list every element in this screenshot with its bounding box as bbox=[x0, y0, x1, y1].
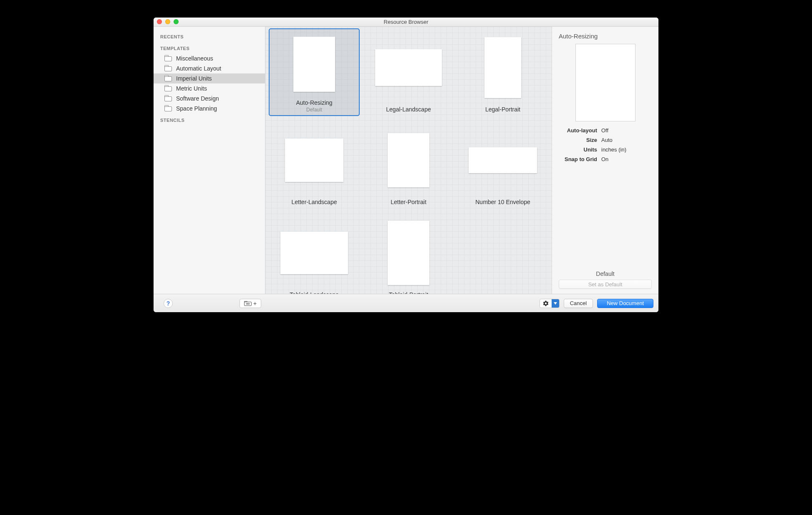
sidebar-heading-templates: TEMPLATES bbox=[154, 42, 265, 53]
template-thumb bbox=[280, 232, 348, 274]
sidebar-item-label: Imperial Units bbox=[176, 75, 212, 82]
template-label: Tabloid-Portrait bbox=[389, 291, 428, 294]
template-number-10-envelope[interactable]: Number 10 Envelope bbox=[457, 121, 548, 209]
template-legal-portrait[interactable]: Legal-Portrait bbox=[457, 28, 548, 116]
template-label: Auto-Resizing bbox=[296, 99, 332, 106]
template-letter-landscape[interactable]: Letter-Landscape bbox=[269, 121, 360, 209]
template-thumb bbox=[285, 139, 343, 182]
default-label: Default bbox=[559, 270, 652, 277]
sidebar-heading-stencils: STENCILS bbox=[154, 114, 265, 125]
sidebar-item-metric-units[interactable]: Metric Units bbox=[154, 83, 265, 93]
template-thumb bbox=[388, 133, 429, 187]
template-label: Letter-Landscape bbox=[292, 199, 337, 205]
link-folder-button[interactable]: + bbox=[240, 299, 261, 308]
sidebar-item-label: Software Design bbox=[176, 95, 219, 102]
template-grid: Auto-Resizing Default Legal-Landscape Le… bbox=[265, 27, 552, 294]
template-thumb bbox=[469, 147, 537, 173]
prop-value-auto-layout: Off bbox=[601, 127, 652, 134]
template-tabloid-portrait[interactable]: Tabloid-Portrait bbox=[363, 214, 454, 294]
sidebar-item-space-planning[interactable]: Space Planning bbox=[154, 104, 265, 114]
sidebar-item-software-design[interactable]: Software Design bbox=[154, 93, 265, 104]
help-button[interactable]: ? bbox=[164, 299, 173, 308]
plus-icon: + bbox=[253, 300, 257, 307]
actions-menu[interactable] bbox=[540, 299, 560, 308]
template-label: Legal-Portrait bbox=[485, 106, 520, 113]
set-as-default-button[interactable]: Set as Default bbox=[559, 280, 652, 289]
template-legal-landscape[interactable]: Legal-Landscape bbox=[363, 28, 454, 116]
template-letter-portrait[interactable]: Letter-Portrait bbox=[363, 121, 454, 209]
folder-icon bbox=[164, 96, 172, 101]
close-icon[interactable] bbox=[157, 19, 162, 24]
window-title: Resource Browser bbox=[384, 19, 429, 25]
prop-label-snap: Snap to Grid bbox=[559, 156, 597, 162]
folder-icon bbox=[164, 56, 172, 61]
template-label: Tabloid-Landscape bbox=[290, 291, 339, 294]
template-label: Number 10 Envelope bbox=[475, 199, 530, 205]
inspector-title: Auto-Resizing bbox=[559, 33, 652, 40]
help-icon: ? bbox=[166, 300, 170, 307]
prop-value-size: Auto bbox=[601, 137, 652, 143]
sidebar-item-label: Miscellaneous bbox=[176, 55, 213, 62]
template-thumb bbox=[293, 37, 335, 92]
titlebar: Resource Browser bbox=[154, 18, 658, 27]
prop-label-size: Size bbox=[559, 137, 597, 143]
folder-icon bbox=[164, 66, 172, 71]
template-tabloid-landscape[interactable]: Tabloid-Landscape bbox=[269, 214, 360, 294]
cancel-button[interactable]: Cancel bbox=[564, 299, 593, 308]
folder-icon bbox=[164, 76, 172, 81]
prop-label-units: Units bbox=[559, 146, 597, 153]
sidebar-heading-recents: RECENTS bbox=[154, 30, 265, 42]
template-sublabel: Default bbox=[306, 107, 322, 113]
prop-value-units: inches (in) bbox=[601, 146, 652, 153]
template-thumb bbox=[375, 49, 442, 86]
prop-value-snap: On bbox=[601, 156, 652, 162]
link-folder-icon bbox=[244, 301, 252, 306]
template-thumb bbox=[484, 37, 521, 98]
template-label: Letter-Portrait bbox=[391, 199, 426, 205]
inspector-properties: Auto-layout Off Size Auto Units inches (… bbox=[559, 127, 652, 162]
zoom-icon[interactable] bbox=[174, 19, 179, 24]
sidebar-item-miscellaneous[interactable]: Miscellaneous bbox=[154, 53, 265, 63]
sidebar-item-label: Space Planning bbox=[176, 105, 217, 112]
sidebar-item-automatic-layout[interactable]: Automatic Layout bbox=[154, 63, 265, 73]
template-thumb bbox=[388, 221, 429, 285]
folder-icon bbox=[164, 106, 172, 111]
inspector-preview bbox=[575, 44, 635, 121]
prop-label-auto-layout: Auto-layout bbox=[559, 127, 597, 134]
window-controls bbox=[157, 19, 179, 24]
toolbar: ? + Cancel New Document bbox=[154, 294, 658, 312]
window: Resource Browser RECENTS TEMPLATES Misce… bbox=[154, 18, 658, 312]
sidebar-item-label: Automatic Layout bbox=[176, 65, 221, 72]
template-auto-resizing[interactable]: Auto-Resizing Default bbox=[269, 28, 360, 116]
new-document-button[interactable]: New Document bbox=[597, 299, 653, 308]
folder-icon bbox=[164, 86, 172, 91]
chevron-down-icon bbox=[554, 302, 557, 305]
template-label: Legal-Landscape bbox=[386, 106, 431, 113]
inspector: Auto-Resizing Auto-layout Off Size Auto … bbox=[552, 27, 658, 294]
gear-icon bbox=[543, 300, 549, 306]
sidebar-item-label: Metric Units bbox=[176, 85, 207, 92]
sidebar-item-imperial-units[interactable]: Imperial Units bbox=[154, 73, 265, 83]
sidebar: RECENTS TEMPLATES Miscellaneous Automati… bbox=[154, 27, 265, 294]
minimize-icon[interactable] bbox=[165, 19, 170, 24]
